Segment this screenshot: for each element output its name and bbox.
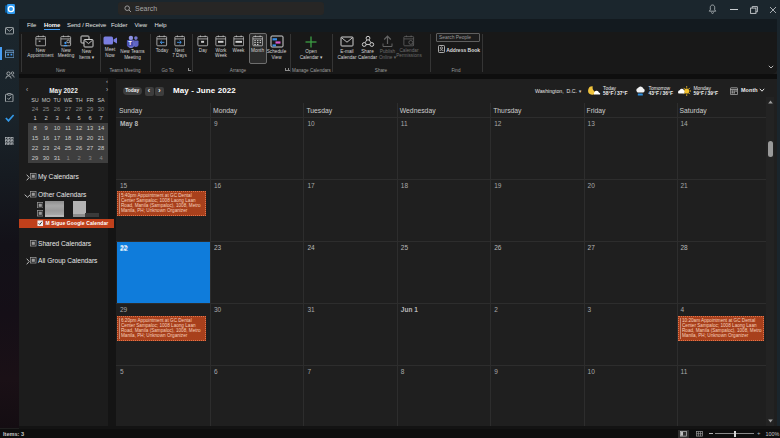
svg-text:T: T (128, 40, 132, 46)
